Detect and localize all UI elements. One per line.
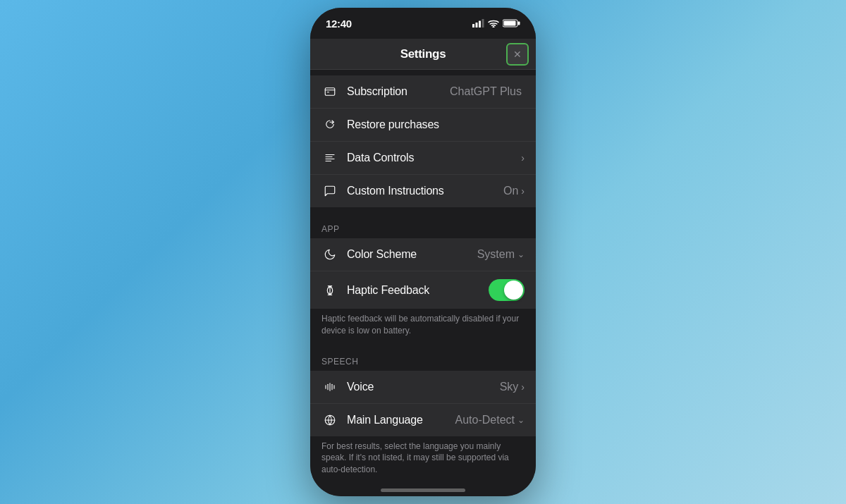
wifi-icon (488, 19, 499, 27)
color-scheme-row[interactable]: Color Scheme System ⌄ (310, 238, 536, 271)
data-controls-chevron: › (521, 152, 525, 164)
toggle-track (489, 279, 525, 301)
settings-header: Settings ✕ (310, 39, 536, 70)
signal-icon (472, 19, 484, 27)
moon-icon (321, 246, 338, 263)
restore-purchases-row[interactable]: Restore purchases (310, 109, 536, 142)
close-button[interactable]: ✕ (506, 43, 529, 66)
custom-instructions-chevron: › (521, 185, 525, 197)
custom-instructions-value: On (503, 185, 518, 197)
svg-rect-7 (518, 22, 520, 25)
voice-icon (321, 379, 338, 395)
main-language-row[interactable]: Main Language Auto-Detect ⌄ (310, 404, 536, 436)
custom-instructions-row[interactable]: Custom Instructions On › (310, 175, 536, 207)
subscription-row[interactable]: Subscription ChatGPT Plus (310, 75, 536, 109)
home-indicator (381, 488, 465, 492)
voice-value: Sky (500, 381, 519, 393)
color-scheme-label: Color Scheme (347, 248, 477, 261)
haptic-icon (321, 282, 338, 299)
app-spacer (310, 207, 536, 213)
settings-content: Subscription ChatGPT Plus Restore purcha… (310, 70, 536, 496)
voice-label: Voice (347, 381, 500, 393)
toggle-thumb (504, 281, 523, 300)
subscription-value: ChatGPT Plus (450, 85, 522, 98)
custom-instructions-icon (321, 183, 338, 199)
status-icons (472, 19, 520, 27)
language-hint: For best results, select the language yo… (310, 436, 536, 484)
close-icon: ✕ (513, 49, 522, 60)
color-scheme-value: System (477, 248, 515, 261)
svg-rect-6 (504, 21, 516, 26)
phone-frame: 12:40 Settings (310, 8, 536, 496)
app-section-label: APP (310, 213, 536, 238)
app-settings-card: Color Scheme System ⌄ Haptic Feedback (310, 238, 536, 309)
voice-row[interactable]: Voice Sky › (310, 371, 536, 404)
main-language-chevron: ⌄ (517, 415, 525, 425)
globe-icon (321, 412, 338, 429)
data-controls-icon (321, 149, 338, 166)
status-bar: 12:40 (310, 8, 536, 39)
haptic-toggle[interactable] (489, 279, 525, 301)
settings-page-title: Settings (400, 47, 446, 61)
restore-purchases-label: Restore purchases (347, 118, 525, 131)
haptic-feedback-row[interactable]: Haptic Feedback (310, 271, 536, 309)
restore-icon (321, 116, 338, 133)
speech-section-label: SPEECH (310, 345, 536, 371)
data-controls-row[interactable]: Data Controls › (310, 142, 536, 175)
top-settings-card: Subscription ChatGPT Plus Restore purcha… (310, 75, 536, 207)
voice-chevron: › (521, 381, 525, 393)
svg-rect-0 (472, 24, 474, 27)
subscription-label: Subscription (347, 85, 450, 98)
speech-settings-card: Voice Sky › Main Language Auto-Detect ⌄ (310, 371, 536, 436)
haptic-feedback-label: Haptic Feedback (347, 284, 489, 297)
top-spacer (310, 70, 536, 75)
color-scheme-chevron: ⌄ (517, 250, 525, 259)
haptic-hint: Haptic feedback will be automatically di… (310, 309, 536, 345)
status-time: 12:40 (326, 18, 352, 30)
svg-rect-2 (479, 21, 481, 28)
data-controls-label: Data Controls (347, 152, 521, 164)
svg-rect-3 (482, 19, 484, 27)
svg-rect-1 (476, 23, 478, 27)
custom-instructions-label: Custom Instructions (347, 185, 503, 197)
main-language-value: Auto-Detect (455, 414, 515, 426)
svg-rect-8 (325, 88, 335, 96)
battery-icon (503, 19, 520, 27)
main-language-label: Main Language (347, 414, 455, 426)
subscription-icon (321, 83, 338, 100)
svg-point-4 (493, 27, 494, 27)
